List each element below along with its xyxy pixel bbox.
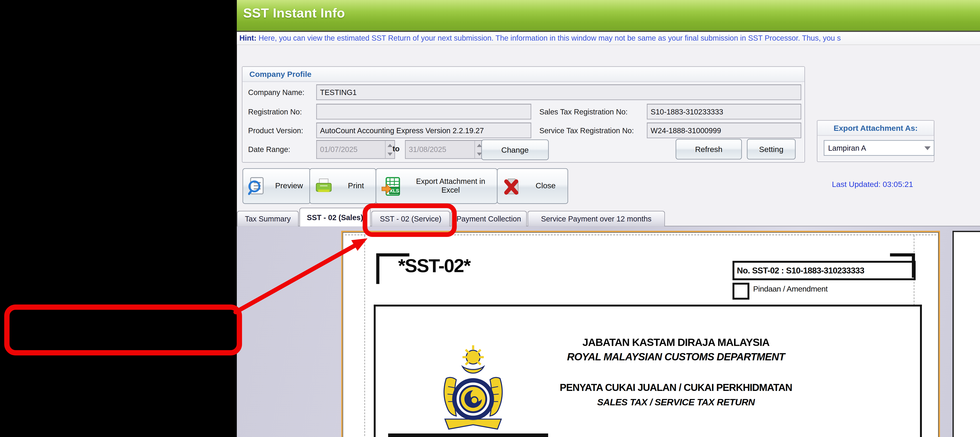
print-icon xyxy=(315,177,332,195)
service-tax-reg-label: Service Tax Registration No: xyxy=(539,126,634,135)
date-range-label: Date Range: xyxy=(248,145,290,154)
report-viewer[interactable]: *SST-02* No. SST-02 : S10-1883-310233333… xyxy=(237,226,980,437)
last-updated-text: Last Updated: 03:05:21 xyxy=(832,180,913,189)
amendment-label: Pindaan / Amendment xyxy=(753,285,827,293)
form-code: *SST-02* xyxy=(398,255,470,276)
return-title-malay: PENYATA CUKAI JUALAN / CUKAI PERKHIDMATA… xyxy=(433,382,920,394)
company-name-field[interactable]: TESTING1 xyxy=(316,85,801,100)
screen: SST Instant Info Hint: Here, you can vie… xyxy=(0,0,980,437)
export-excel-label-line2: Excel xyxy=(441,185,460,194)
date-from-field[interactable]: 01/07/2025 xyxy=(316,140,395,159)
excel-icon: XLS xyxy=(381,177,401,195)
page-margin-top-line xyxy=(345,234,936,235)
date-to-field[interactable]: 31/08/2025 xyxy=(405,140,484,159)
registration-no-label: Registration No: xyxy=(248,108,302,116)
export-attachment-as-header: Export Attachment As: xyxy=(818,121,934,136)
company-name-label: Company Name: xyxy=(248,88,304,97)
service-tax-reg-field[interactable]: W24-1888-31000999 xyxy=(647,123,801,138)
setting-button[interactable]: Setting xyxy=(747,139,795,159)
sst-instant-info-window: SST Instant Info Hint: Here, you can vie… xyxy=(237,0,980,437)
tab-service-payment-12-months[interactable]: Service Payment over 12 months xyxy=(527,211,665,226)
date-from-value: 01/07/2025 xyxy=(320,145,358,154)
sales-tax-reg-label: Sales Tax Registration No: xyxy=(539,108,628,116)
tab-tax-summary[interactable]: Tax Summary xyxy=(237,211,299,226)
tab-sst-02-sales[interactable]: SST - 02 (Sales) xyxy=(299,208,371,226)
window-titlebar: SST Instant Info xyxy=(237,0,980,30)
spin-up-icon[interactable] xyxy=(388,144,393,147)
amendment-checkbox[interactable] xyxy=(733,283,749,300)
date-to-value: 31/08/2025 xyxy=(409,145,446,154)
spin-down-icon[interactable] xyxy=(388,152,393,155)
company-profile-header: Company Profile xyxy=(242,67,804,82)
export-excel-label-line1: Export Attachment in xyxy=(416,177,485,186)
date-to-word: to xyxy=(393,145,399,153)
close-button[interactable]: Close xyxy=(497,168,568,204)
next-section-box-top xyxy=(388,434,548,437)
close-icon xyxy=(503,177,520,195)
preview-icon xyxy=(248,177,264,195)
hint-text: Here, you can view the estimated SST Ret… xyxy=(256,34,841,43)
page-margin-left-line xyxy=(364,235,365,437)
preview-button[interactable]: Preview xyxy=(242,168,310,204)
annotation-callout-box xyxy=(7,307,239,353)
preview-button-label: Preview xyxy=(268,182,310,190)
dept-name-malay: JABATAN KASTAM DIRAJA MALAYSIA xyxy=(433,337,920,349)
product-version-field: AutoCount Accounting Express Version 2.2… xyxy=(316,123,531,138)
form-number-box: No. SST-02 : S10-1883-310233333 xyxy=(733,261,916,280)
print-button-label: Print xyxy=(336,182,375,190)
close-button-label: Close xyxy=(524,182,567,190)
chevron-down-icon[interactable] xyxy=(924,146,931,150)
report-page-1: *SST-02* No. SST-02 : S10-1883-310233333… xyxy=(341,231,940,437)
window-title: SST Instant Info xyxy=(243,6,345,21)
export-excel-label: Export Attachment in Excel xyxy=(404,177,497,195)
registration-no-field[interactable] xyxy=(316,104,531,120)
product-version-label: Product Version: xyxy=(248,126,303,135)
return-title-english: SALES TAX / SERVICE TAX RETURN xyxy=(433,397,920,407)
export-attachment-as-value: Lampiran A xyxy=(828,144,866,152)
dept-name-english: ROYAL MALAYSIAN CUSTOMS DEPARTMENT xyxy=(433,351,920,363)
export-excel-button[interactable]: XLS Export Attachment in Excel xyxy=(375,168,498,204)
print-button[interactable]: Print xyxy=(309,168,376,204)
report-page-2 xyxy=(953,231,980,437)
change-button[interactable]: Change xyxy=(481,140,549,160)
hint-label: Hint: xyxy=(239,34,256,43)
sales-tax-reg-field[interactable]: S10-1883-310233333 xyxy=(647,104,801,120)
export-attachment-as-combo[interactable]: Lampiran A xyxy=(824,140,934,156)
hint-bar: Hint: Here, you can view the estimated S… xyxy=(237,32,980,45)
tab-payment-collection[interactable]: Payment Collection xyxy=(450,211,527,226)
refresh-button[interactable]: Refresh xyxy=(676,139,742,159)
tab-sst-02-service[interactable]: SST - 02 (Service) xyxy=(371,211,450,226)
